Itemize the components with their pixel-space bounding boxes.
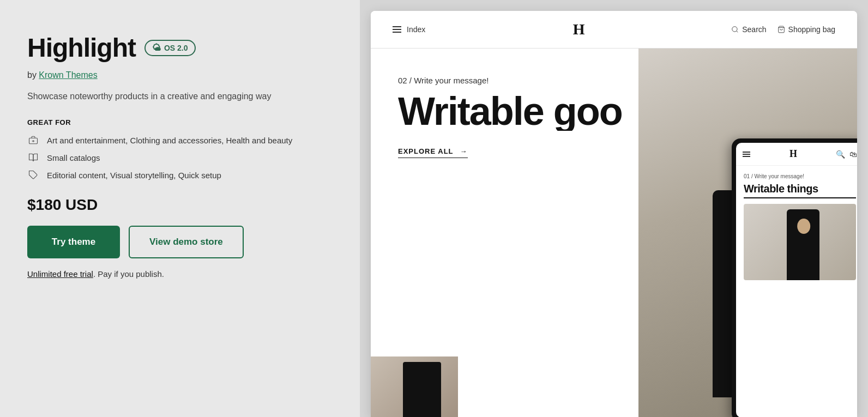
store-icon (27, 134, 39, 146)
tablet-heading: Writable things (744, 183, 856, 198)
arrow-icon: → (460, 147, 468, 155)
nav-search-button[interactable]: Search (731, 25, 766, 34)
list-item: Editorial content, Visual storytelling, … (27, 169, 333, 181)
store-nav-right: Search Shopping bag (731, 25, 835, 34)
list-item: Small catalogs (27, 152, 333, 164)
svg-line-5 (737, 31, 738, 33)
tablet-person-head (797, 219, 810, 234)
store-nav: Index H Search Shopping bag (371, 11, 857, 49)
tablet-search-icon[interactable]: 🔍 (836, 150, 845, 159)
tablet-content: 01 / Write your message! Writable things (736, 166, 857, 288)
bottom-images (371, 356, 715, 417)
price: $180 USD (27, 196, 333, 214)
buttons-row: Try theme View demo store (27, 226, 333, 258)
book-icon (27, 152, 39, 164)
nav-bag-button[interactable]: Shopping bag (777, 25, 835, 34)
author-link[interactable]: Krown Themes (39, 70, 97, 80)
by-line: by Krown Themes (27, 70, 333, 80)
store-nav-left: Index (393, 25, 425, 34)
tablet-bag-icon[interactable]: 🛍 (849, 150, 857, 159)
tablet-slide-label: 01 / Write your message! (744, 173, 856, 179)
search-label: Search (742, 25, 766, 34)
tablet-screen: H 🔍 🛍 01 / Write your message! Writable … (736, 143, 857, 417)
os-badge-icon: 🌤 (152, 43, 161, 53)
explore-all-button[interactable]: EXPLORE ALL → (398, 147, 468, 158)
feature-text: Editorial content, Visual storytelling, … (47, 171, 221, 180)
trial-suffix: . Pay if you publish. (93, 269, 164, 279)
nav-index-label: Index (407, 25, 425, 34)
left-panel: Highlight 🌤 OS 2.0 by Krown Themes Showc… (0, 0, 360, 417)
trial-link[interactable]: Unlimited free trial (27, 269, 93, 279)
try-theme-button[interactable]: Try theme (27, 226, 120, 258)
store-main: 02 / Write your message! Writable goo EX… (371, 49, 857, 417)
theme-title: Highlight (27, 33, 136, 63)
tablet-overlay: H 🔍 🛍 01 / Write your message! Writable … (732, 138, 857, 417)
feature-text: Art and entertainment, Clothing and acce… (47, 136, 292, 145)
list-item: Art and entertainment, Clothing and acce… (27, 134, 333, 146)
trial-text: Unlimited free trial. Pay if you publish… (27, 269, 333, 279)
explore-label: EXPLORE ALL (398, 147, 454, 155)
great-for-label: GREAT FOR (27, 118, 333, 126)
tablet-hamburger-icon[interactable] (743, 152, 750, 157)
right-panel: Index H Search Shopping bag 02 / Write y… (360, 0, 868, 417)
hamburger-icon[interactable] (393, 26, 401, 33)
tablet-nav-icons: 🔍 🛍 (836, 150, 857, 159)
tablet-logo: H (789, 148, 797, 160)
title-row: Highlight 🌤 OS 2.0 (27, 33, 333, 63)
store-content: 02 / Write your message! Writable goo EX… (371, 49, 857, 417)
tablet-image-area (744, 204, 856, 280)
view-demo-button[interactable]: View demo store (129, 226, 244, 258)
store-logo: H (573, 21, 584, 38)
os-badge-label: OS 2.0 (164, 44, 188, 52)
tablet-nav: H 🔍 🛍 (736, 143, 857, 166)
bottom-image-1 (371, 356, 458, 417)
by-prefix: by (27, 70, 37, 80)
features-list: Art and entertainment, Clothing and acce… (27, 134, 333, 181)
svg-point-4 (732, 27, 737, 32)
os-badge: 🌤 OS 2.0 (144, 40, 196, 56)
tag-icon (27, 169, 39, 181)
browser-window: Index H Search Shopping bag 02 / Write y… (371, 11, 857, 417)
feature-text: Small catalogs (47, 153, 100, 162)
description: Showcase noteworthy products in a creati… (27, 90, 333, 103)
bag-label: Shopping bag (788, 25, 835, 34)
